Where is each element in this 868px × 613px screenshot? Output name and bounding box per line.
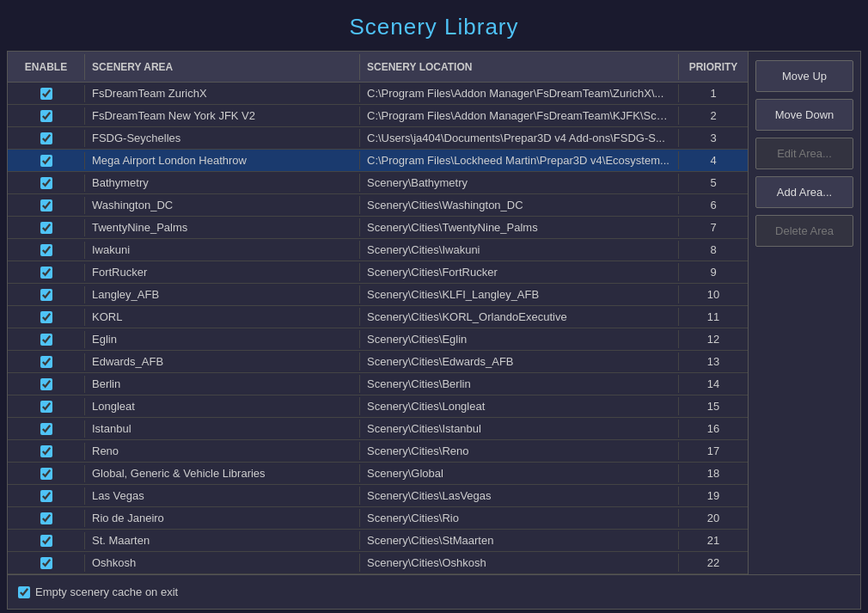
row-location-cell: Scenery\Cities\Berlin [360, 375, 679, 393]
row-location-cell: Scenery\Bathymetry [360, 174, 679, 192]
row-enable-checkbox[interactable] [40, 177, 52, 189]
row-priority-cell: 17 [679, 442, 748, 460]
row-enable-cell [8, 107, 85, 125]
row-area-cell: Washington_DC [85, 196, 360, 214]
table-row[interactable]: IstanbulScenery\Cities\Istanbul16 [8, 418, 748, 440]
row-enable-cell [8, 242, 85, 259]
row-priority-cell: 3 [679, 129, 748, 147]
table-row[interactable]: OshkoshScenery\Cities\Oshkosh22 [8, 552, 748, 574]
edit-area-button[interactable]: Edit Area... [755, 138, 853, 169]
row-enable-cell [8, 197, 85, 214]
row-enable-checkbox[interactable] [40, 132, 52, 144]
row-priority-cell: 20 [679, 509, 748, 527]
row-enable-checkbox[interactable] [40, 222, 52, 234]
row-priority-cell: 18 [679, 464, 748, 482]
row-location-cell: Scenery\Cities\KORL_OrlandoExecutive [360, 308, 679, 326]
row-area-cell: Global, Generic & Vehicle Libraries [85, 464, 360, 482]
row-location-cell: Scenery\Cities\Longleat [360, 397, 679, 415]
table-row[interactable]: Mega Airport London HeathrowC:\Program F… [8, 150, 748, 172]
row-enable-cell [8, 309, 85, 326]
row-enable-checkbox[interactable] [40, 267, 52, 279]
table-row[interactable]: FsDreamTeam ZurichXC:\Program Files\Addo… [8, 83, 748, 105]
table-row[interactable]: FSDG-SeychellesC:\Users\ja404\Documents\… [8, 127, 748, 150]
table-row[interactable]: TwentyNine_PalmsScenery\Cities\TwentyNin… [8, 217, 748, 239]
row-enable-cell [8, 219, 85, 236]
row-area-cell: Oshkosh [85, 554, 360, 572]
row-enable-cell [8, 264, 85, 281]
row-location-cell: C:\Program Files\Addon Manager\FsDreamTe… [360, 107, 679, 125]
row-priority-cell: 6 [679, 196, 748, 214]
table-row[interactable]: Las VegasScenery\Cities\LasVegas19 [8, 485, 748, 507]
row-enable-checkbox[interactable] [40, 289, 52, 301]
cache-checkbox[interactable] [18, 586, 30, 598]
cache-label-text: Empty scenery cache on exit [35, 585, 178, 598]
move-up-button[interactable]: Move Up [755, 60, 853, 92]
row-enable-checkbox[interactable] [40, 356, 52, 368]
row-enable-checkbox[interactable] [40, 512, 52, 524]
main-container: ENABLE SCENERY AREA SCENERY LOCATION PRI… [7, 51, 861, 610]
cache-checkbox-label[interactable]: Empty scenery cache on exit [18, 585, 178, 598]
table-row[interactable]: LongleatScenery\Cities\Longleat15 [8, 395, 748, 418]
table-row[interactable]: BerlinScenery\Cities\Berlin14 [8, 373, 748, 395]
table-row[interactable]: KORLScenery\Cities\KORL_OrlandoExecutive… [8, 306, 748, 328]
row-enable-checkbox[interactable] [40, 468, 52, 480]
row-priority-cell: 9 [679, 263, 748, 281]
row-priority-cell: 12 [679, 330, 748, 348]
row-enable-checkbox[interactable] [40, 244, 52, 256]
row-area-cell: Eglin [85, 330, 360, 348]
row-enable-checkbox[interactable] [40, 423, 52, 435]
move-down-button[interactable]: Move Down [755, 99, 853, 131]
row-enable-checkbox[interactable] [40, 311, 52, 323]
row-priority-cell: 11 [679, 308, 748, 326]
row-priority-cell: 10 [679, 285, 748, 303]
col-location-header: SCENERY LOCATION [360, 54, 679, 80]
row-priority-cell: 16 [679, 420, 748, 438]
table-row[interactable]: BathymetryScenery\Bathymetry5 [8, 172, 748, 194]
row-area-cell: Rio de Janeiro [85, 509, 360, 527]
row-enable-cell [8, 443, 85, 460]
table-row[interactable]: IwakuniScenery\Cities\Iwakuni8 [8, 239, 748, 261]
table-row[interactable]: FsDreamTeam New York JFK V2C:\Program Fi… [8, 105, 748, 127]
table-row[interactable]: FortRuckerScenery\Cities\FortRucker9 [8, 261, 748, 284]
row-priority-cell: 19 [679, 487, 748, 505]
row-location-cell: Scenery\Cities\KLFI_Langley_AFB [360, 285, 679, 303]
table-row[interactable]: Rio de JaneiroScenery\Cities\Rio20 [8, 507, 748, 530]
sidebar: Move Up Move Down Edit Area... Add Area.… [749, 52, 860, 574]
table-row[interactable]: Washington_DCScenery\Cities\Washington_D… [8, 194, 748, 217]
col-enable-header: ENABLE [8, 54, 85, 80]
row-location-cell: Scenery\Cities\StMaarten [360, 531, 679, 549]
table-row[interactable]: Edwards_AFBScenery\Cities\Edwards_AFB13 [8, 351, 748, 373]
row-enable-checkbox[interactable] [40, 490, 52, 502]
row-enable-checkbox[interactable] [40, 155, 52, 167]
row-enable-checkbox[interactable] [40, 199, 52, 211]
row-enable-checkbox[interactable] [40, 334, 52, 346]
delete-area-button[interactable]: Delete Area [755, 215, 853, 247]
row-enable-checkbox[interactable] [40, 445, 52, 457]
table-body: FsDreamTeam ZurichXC:\Program Files\Addo… [8, 83, 748, 574]
row-area-cell: Reno [85, 442, 360, 460]
row-location-cell: C:\Program Files\Addon Manager\FsDreamTe… [360, 84, 679, 102]
row-enable-checkbox[interactable] [40, 557, 52, 569]
row-enable-cell [8, 331, 85, 348]
table-row[interactable]: EglinScenery\Cities\Eglin12 [8, 328, 748, 351]
row-area-cell: Longleat [85, 397, 360, 415]
row-priority-cell: 15 [679, 397, 748, 415]
table-row[interactable]: RenoScenery\Cities\Reno17 [8, 440, 748, 463]
row-location-cell: Scenery\Cities\Iwakuni [360, 241, 679, 259]
row-enable-checkbox[interactable] [40, 110, 52, 122]
table-row[interactable]: Langley_AFBScenery\Cities\KLFI_Langley_A… [8, 284, 748, 306]
row-enable-cell [8, 175, 85, 192]
row-enable-checkbox[interactable] [40, 535, 52, 547]
row-area-cell: Iwakuni [85, 241, 360, 259]
table-row[interactable]: Global, Generic & Vehicle LibrariesScene… [8, 463, 748, 485]
row-area-cell: FSDG-Seychelles [85, 129, 360, 147]
row-area-cell: Istanbul [85, 420, 360, 438]
row-enable-cell [8, 85, 85, 102]
add-area-button[interactable]: Add Area... [755, 176, 853, 208]
row-location-cell: Scenery\Cities\Washington_DC [360, 196, 679, 214]
table-row[interactable]: St. MaartenScenery\Cities\StMaarten21 [8, 530, 748, 552]
row-enable-checkbox[interactable] [40, 401, 52, 413]
row-enable-cell [8, 130, 85, 147]
row-enable-checkbox[interactable] [40, 88, 52, 100]
row-enable-checkbox[interactable] [40, 378, 52, 390]
